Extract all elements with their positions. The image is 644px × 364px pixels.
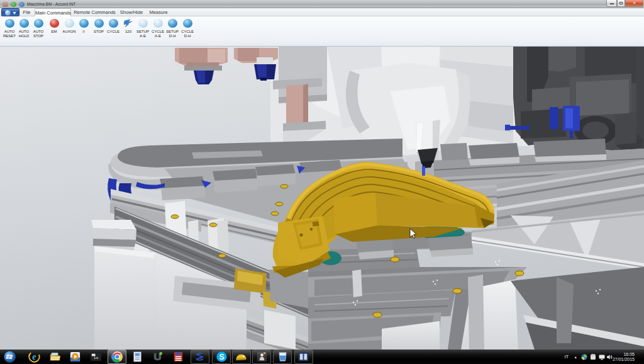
svg-text:S: S — [219, 353, 224, 361]
svg-text:im: im — [94, 356, 99, 360]
svg-text:e: e — [32, 351, 36, 361]
